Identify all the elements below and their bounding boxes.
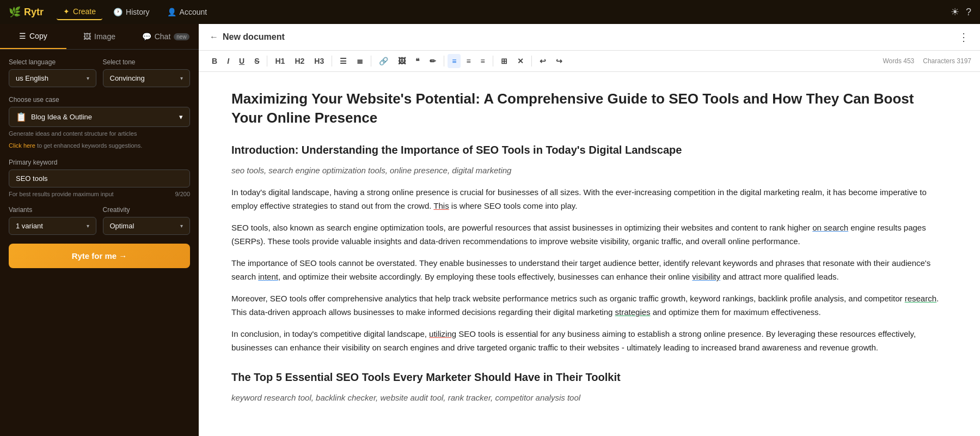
para1: In today's digital landscape, having a s… xyxy=(231,185,947,213)
creativity-group: Creativity Optimal ▾ xyxy=(103,206,191,235)
use-case-dropdown[interactable]: 📋 Blog Idea & Outline ▾ xyxy=(9,107,190,127)
document-title[interactable]: New document xyxy=(223,32,285,42)
tone-value: Convincing xyxy=(110,74,145,82)
nav-create-label: Create xyxy=(73,7,96,16)
language-dropdown[interactable]: us English ▾ xyxy=(9,69,96,87)
align-right-button[interactable]: ≡ xyxy=(476,54,489,68)
logo[interactable]: 🌿 Rytr xyxy=(9,6,44,18)
use-case-link-suffix: to get enhanced keywords suggestions. xyxy=(35,142,142,149)
toolbar-sep-2 xyxy=(332,56,332,66)
clear-button[interactable]: ✕ xyxy=(513,54,528,68)
image-button[interactable]: 🖼 xyxy=(394,54,410,68)
tone-chevron-icon: ▾ xyxy=(180,75,183,81)
use-case-left: 📋 Blog Idea & Outline xyxy=(16,112,92,122)
bold-button[interactable]: B xyxy=(207,54,222,68)
numbered-list-button[interactable]: ≣ xyxy=(352,54,367,68)
words-count: Words 453 xyxy=(883,57,914,65)
language-value: us English xyxy=(16,74,48,82)
variants-label: Variants xyxy=(9,206,96,214)
tab-copy[interactable]: ☰ Copy xyxy=(0,24,66,49)
strikethrough-button[interactable]: S xyxy=(250,54,264,68)
sidebar: ☰ Copy 🖼 Image 💬 Chat new Select languag… xyxy=(0,24,199,436)
align-right-icon: ≡ xyxy=(481,57,485,65)
use-case-chevron-icon: ▾ xyxy=(179,113,183,121)
keyword-hint: For best results provide maximum input xyxy=(9,191,114,197)
align-center-button[interactable]: ≡ xyxy=(462,54,475,68)
redo-button[interactable]: ↪ xyxy=(552,54,567,68)
underline-button[interactable]: U xyxy=(235,54,249,68)
para3-visibility: visibility xyxy=(692,272,720,281)
use-case-icon: 📋 xyxy=(16,112,27,122)
toolbar-sep-5 xyxy=(493,56,493,66)
toolbar-sep-4 xyxy=(444,56,444,66)
main-heading: Maximizing Your Website's Potential: A C… xyxy=(231,89,947,128)
h3-button[interactable]: H3 xyxy=(310,54,328,68)
para2: SEO tools, also known as search engine o… xyxy=(231,221,947,249)
main-layout: ☰ Copy 🖼 Image 💬 Chat new Select languag… xyxy=(0,24,980,436)
ryte-button[interactable]: Ryte for me → xyxy=(9,244,190,268)
toolbar-sep-1 xyxy=(267,56,267,66)
theme-icon[interactable]: ☀ xyxy=(951,6,959,18)
back-button[interactable]: ← xyxy=(210,32,218,42)
ryte-button-label: Ryte for me → xyxy=(72,251,127,261)
clear-icon: ✕ xyxy=(517,57,524,65)
tab-image[interactable]: 🖼 Image xyxy=(66,24,133,49)
tab-chat[interactable]: 💬 Chat new xyxy=(132,24,199,49)
redo-icon: ↪ xyxy=(556,57,562,65)
create-icon: ✦ xyxy=(63,7,70,16)
language-label: Select language xyxy=(9,58,96,66)
more-options-button[interactable]: ⋮ xyxy=(958,31,969,43)
logo-icon: 🌿 xyxy=(9,6,21,18)
keyword-label: Primary keyword xyxy=(9,159,57,166)
creativity-dropdown[interactable]: Optimal ▾ xyxy=(103,217,191,235)
highlight-button[interactable]: ✏ xyxy=(425,54,440,68)
creativity-label: Creativity xyxy=(103,206,191,214)
nav-right: ☀ ? xyxy=(951,6,971,18)
section1-heading: Introduction: Understanding the Importan… xyxy=(231,141,947,159)
link-icon: 🔗 xyxy=(379,57,388,65)
keyword-input[interactable] xyxy=(9,169,190,187)
help-icon[interactable]: ? xyxy=(966,7,971,18)
editor-toolbar: B I U S H1 H2 H3 ☰ ≣ 🔗 🖼 ❝ ✏ ≡ ≡ ≡ ⊞ ✕ ↩… xyxy=(199,51,980,72)
align-left-button[interactable]: ≡ xyxy=(448,54,461,68)
copy-tab-icon: ☰ xyxy=(19,32,26,40)
link-button[interactable]: 🔗 xyxy=(375,54,393,68)
image-tab-icon: 🖼 xyxy=(83,32,91,41)
nav-create[interactable]: ✦ Create xyxy=(57,4,102,20)
h1-button[interactable]: H1 xyxy=(271,54,289,68)
editor-content[interactable]: Maximizing Your Website's Potential: A C… xyxy=(199,72,980,436)
italic-button[interactable]: I xyxy=(223,54,234,68)
variants-group: Variants 1 variant ▾ xyxy=(9,206,96,235)
use-case-link[interactable]: Click here xyxy=(9,142,35,149)
image-tab-label: Image xyxy=(94,32,115,41)
history-icon: 🕐 xyxy=(113,8,122,16)
h2-button[interactable]: H2 xyxy=(290,54,309,68)
para2-underscore: on search xyxy=(812,223,848,232)
copy-tab-label: Copy xyxy=(29,32,47,40)
language-chevron-icon: ▾ xyxy=(87,75,89,81)
tone-label: Select tone xyxy=(103,58,191,66)
tone-group: Select tone Convincing ▾ xyxy=(103,58,191,87)
quote-button[interactable]: ❝ xyxy=(411,54,424,68)
nav-history[interactable]: 🕐 History xyxy=(107,4,156,20)
para1-this: This xyxy=(433,201,449,210)
tone-dropdown[interactable]: Convincing ▾ xyxy=(103,69,191,87)
use-case-hint: Generate ideas and content structure for… xyxy=(9,130,190,137)
undo-icon: ↩ xyxy=(540,57,546,65)
keyword-label-row: Primary keyword xyxy=(9,159,190,166)
highlight-icon: ✏ xyxy=(430,57,436,65)
sidebar-tabs: ☰ Copy 🖼 Image 💬 Chat new xyxy=(0,24,199,50)
use-case-value: Blog Idea & Outline xyxy=(31,113,92,121)
table-button[interactable]: ⊞ xyxy=(497,54,512,68)
bullet-list-button[interactable]: ☰ xyxy=(335,54,351,68)
editor-header-right: ⋮ xyxy=(958,31,969,44)
editor-header: ← New document ⋮ xyxy=(199,24,980,51)
quote-icon: ❝ xyxy=(415,57,420,65)
nav-account[interactable]: 👤 Account xyxy=(161,4,214,20)
undo-button[interactable]: ↩ xyxy=(535,54,550,68)
nav-history-label: History xyxy=(126,8,150,16)
section2-keywords: keyword research tool, backlink checker,… xyxy=(231,391,947,405)
variants-dropdown[interactable]: 1 variant ▾ xyxy=(9,217,96,235)
top-nav: 🌿 Rytr ✦ Create 🕐 History 👤 Account ☀ ? xyxy=(0,0,980,24)
image-icon: 🖼 xyxy=(398,57,406,65)
